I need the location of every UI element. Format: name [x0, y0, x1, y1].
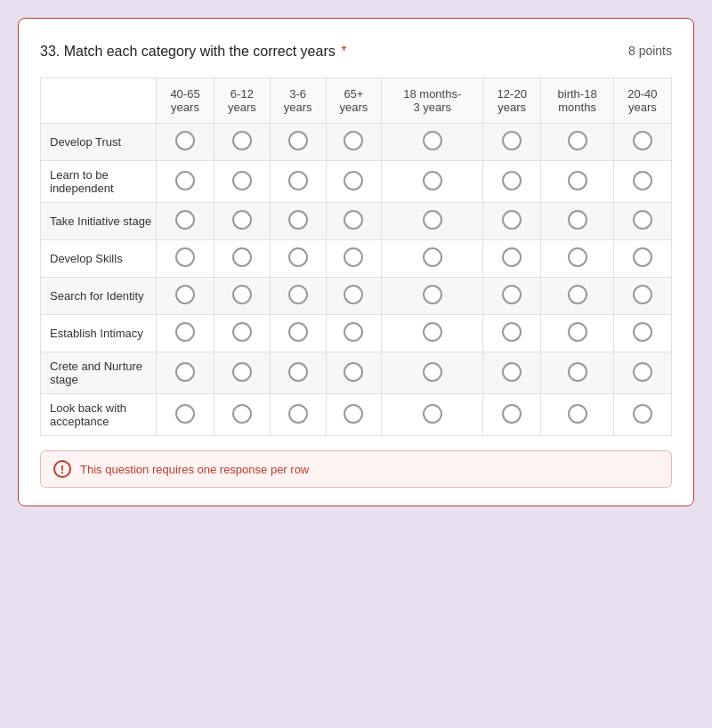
radio-cell-r3-c4[interactable] — [382, 240, 483, 278]
radio-cell-r1-c1[interactable] — [214, 161, 271, 203]
radio-cell-r5-c5[interactable] — [483, 315, 541, 352]
radio-cell-r5-c4[interactable] — [382, 315, 483, 352]
radio-r3-c3[interactable] — [344, 247, 363, 267]
radio-cell-r1-c5[interactable] — [483, 161, 541, 203]
radio-cell-r4-c6[interactable] — [541, 278, 614, 315]
radio-r6-c0[interactable] — [175, 362, 195, 382]
radio-r6-c3[interactable] — [344, 362, 363, 382]
radio-cell-r4-c1[interactable] — [214, 278, 271, 315]
radio-r6-c1[interactable] — [232, 362, 252, 382]
radio-r3-c5[interactable] — [502, 247, 522, 267]
radio-r4-c0[interactable] — [175, 285, 195, 304]
radio-cell-r3-c1[interactable] — [214, 240, 271, 278]
radio-cell-r6-c5[interactable] — [483, 352, 541, 394]
radio-cell-r1-c6[interactable] — [541, 161, 614, 203]
radio-cell-r0-c5[interactable] — [483, 124, 541, 161]
radio-r4-c1[interactable] — [232, 285, 252, 304]
radio-cell-r2-c1[interactable] — [214, 203, 271, 240]
radio-cell-r7-c6[interactable] — [541, 394, 614, 436]
radio-r2-c0[interactable] — [175, 210, 195, 230]
radio-cell-r5-c3[interactable] — [326, 315, 382, 352]
radio-r0-c2[interactable] — [288, 131, 308, 150]
radio-r4-c4[interactable] — [423, 285, 442, 304]
radio-r1-c1[interactable] — [232, 171, 252, 190]
radio-cell-r2-c2[interactable] — [270, 203, 326, 240]
radio-cell-r0-c7[interactable] — [613, 124, 671, 161]
radio-cell-r3-c5[interactable] — [483, 240, 541, 278]
radio-cell-r1-c4[interactable] — [382, 161, 483, 203]
radio-r7-c3[interactable] — [344, 404, 363, 424]
radio-r2-c1[interactable] — [232, 210, 252, 230]
radio-r6-c6[interactable] — [568, 362, 587, 382]
radio-cell-r0-c4[interactable] — [382, 124, 483, 161]
radio-cell-r3-c6[interactable] — [541, 240, 614, 278]
radio-cell-r5-c1[interactable] — [214, 315, 271, 352]
radio-cell-r2-c5[interactable] — [483, 203, 541, 240]
radio-cell-r4-c4[interactable] — [382, 278, 483, 315]
radio-cell-r4-c2[interactable] — [270, 278, 326, 315]
radio-r1-c3[interactable] — [344, 171, 363, 190]
radio-r7-c1[interactable] — [232, 404, 252, 424]
radio-r1-c5[interactable] — [502, 171, 522, 190]
radio-cell-r5-c6[interactable] — [541, 315, 614, 352]
radio-r7-c2[interactable] — [288, 404, 308, 424]
radio-cell-r3-c0[interactable] — [157, 240, 214, 278]
radio-r4-c3[interactable] — [344, 285, 363, 304]
radio-r5-c3[interactable] — [344, 322, 363, 342]
radio-r5-c4[interactable] — [423, 322, 442, 342]
radio-r0-c3[interactable] — [344, 131, 363, 150]
radio-cell-r2-c3[interactable] — [326, 203, 382, 240]
radio-r4-c7[interactable] — [633, 285, 652, 304]
radio-cell-r7-c0[interactable] — [157, 394, 214, 436]
radio-r6-c5[interactable] — [502, 362, 522, 382]
radio-r1-c4[interactable] — [423, 171, 442, 190]
radio-r5-c5[interactable] — [502, 322, 522, 342]
radio-r0-c4[interactable] — [423, 131, 442, 150]
radio-cell-r7-c2[interactable] — [270, 394, 326, 436]
radio-cell-r1-c3[interactable] — [326, 161, 382, 203]
radio-r0-c6[interactable] — [568, 131, 587, 150]
radio-r0-c1[interactable] — [232, 131, 252, 150]
radio-r5-c0[interactable] — [175, 322, 195, 342]
radio-cell-r3-c7[interactable] — [613, 240, 671, 278]
radio-r0-c0[interactable] — [175, 131, 195, 150]
radio-cell-r5-c0[interactable] — [157, 315, 214, 352]
radio-cell-r6-c2[interactable] — [270, 352, 326, 394]
radio-r2-c2[interactable] — [288, 210, 308, 230]
radio-cell-r7-c7[interactable] — [613, 394, 671, 436]
radio-cell-r7-c4[interactable] — [382, 394, 483, 436]
radio-r6-c7[interactable] — [633, 362, 652, 382]
radio-cell-r6-c7[interactable] — [613, 352, 671, 394]
radio-r3-c2[interactable] — [288, 247, 308, 267]
radio-r7-c4[interactable] — [423, 404, 442, 424]
radio-cell-r2-c6[interactable] — [541, 203, 614, 240]
radio-r5-c2[interactable] — [288, 322, 308, 342]
radio-r2-c4[interactable] — [423, 210, 442, 230]
radio-cell-r0-c6[interactable] — [541, 124, 614, 161]
radio-r2-c7[interactable] — [633, 210, 652, 230]
radio-cell-r0-c2[interactable] — [270, 124, 326, 161]
radio-cell-r0-c0[interactable] — [157, 124, 214, 161]
radio-cell-r4-c7[interactable] — [613, 278, 671, 315]
radio-cell-r6-c6[interactable] — [541, 352, 614, 394]
radio-cell-r3-c3[interactable] — [326, 240, 382, 278]
radio-r0-c7[interactable] — [633, 131, 652, 150]
radio-cell-r5-c7[interactable] — [613, 315, 671, 352]
radio-cell-r5-c2[interactable] — [270, 315, 326, 352]
radio-r2-c5[interactable] — [502, 210, 522, 230]
radio-cell-r2-c4[interactable] — [382, 203, 483, 240]
radio-cell-r6-c0[interactable] — [157, 352, 214, 394]
radio-r1-c6[interactable] — [568, 171, 587, 190]
radio-r7-c6[interactable] — [568, 404, 587, 424]
radio-r1-c7[interactable] — [633, 171, 652, 190]
radio-r4-c6[interactable] — [568, 285, 587, 304]
radio-r3-c4[interactable] — [423, 247, 442, 267]
radio-r6-c4[interactable] — [423, 362, 442, 382]
radio-r3-c0[interactable] — [175, 247, 195, 267]
radio-cell-r1-c2[interactable] — [270, 161, 326, 203]
radio-r5-c1[interactable] — [232, 322, 252, 342]
radio-cell-r0-c3[interactable] — [326, 124, 382, 161]
radio-r4-c5[interactable] — [502, 285, 522, 304]
radio-cell-r7-c1[interactable] — [214, 394, 271, 436]
radio-cell-r2-c0[interactable] — [157, 203, 214, 240]
